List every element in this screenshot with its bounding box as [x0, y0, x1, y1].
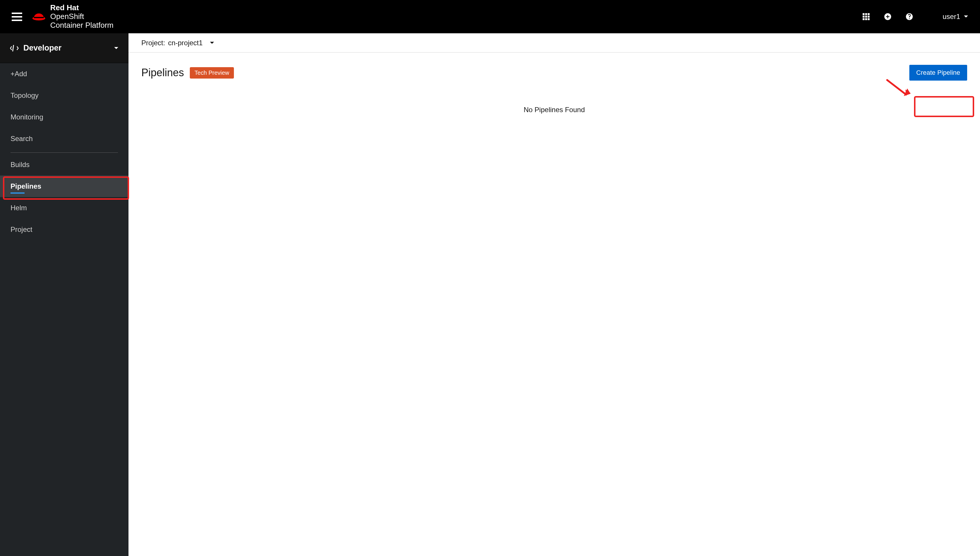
code-icon: [10, 45, 19, 52]
caret-down-icon: [210, 42, 214, 44]
annotation-arrow-icon: [886, 79, 912, 99]
project-name: cn-project1: [168, 39, 203, 47]
tech-preview-badge: Tech Preview: [190, 67, 234, 79]
user-name: user1: [943, 13, 960, 21]
svg-line-10: [887, 80, 906, 95]
sidebar-item-search[interactable]: Search: [0, 128, 129, 150]
sidebar-item-project[interactable]: Project: [0, 219, 129, 240]
sidebar-item-add[interactable]: +Add: [0, 63, 129, 85]
empty-state-text: No Pipelines Found: [129, 106, 980, 114]
sidebar-item-label: Helm: [11, 204, 27, 212]
help-button[interactable]: [905, 13, 914, 21]
sidebar-item-label: +Add: [11, 70, 27, 78]
sidebar-item-label: Project: [11, 225, 32, 234]
app-launcher-button[interactable]: [862, 13, 870, 21]
sidebar-item-monitoring[interactable]: Monitoring: [0, 106, 129, 128]
sidebar-item-topology[interactable]: Topology: [0, 85, 129, 106]
masthead: Red Hat OpenShift Container Platform: [0, 0, 980, 33]
sidebar-item-label: Search: [11, 135, 33, 143]
svg-marker-11: [903, 89, 911, 96]
redhat-hat-icon: [32, 12, 45, 22]
sidebar-item-label: Builds: [11, 161, 29, 169]
question-circle-icon: [905, 13, 914, 21]
perspective-label: Developer: [23, 44, 61, 53]
plus-circle-icon: [884, 13, 892, 21]
caret-down-icon: [964, 15, 968, 18]
sidebar-item-label: Topology: [11, 91, 39, 100]
nav-toggle-button[interactable]: [12, 11, 23, 23]
svg-rect-2: [865, 13, 867, 15]
svg-rect-1: [863, 13, 865, 15]
brand-line3: Container Platform: [50, 21, 114, 30]
masthead-toolbar: user1: [862, 13, 968, 21]
sidebar-divider: [11, 152, 118, 153]
main-content: Project: cn-project1 Pipelines Tech Prev…: [129, 33, 980, 556]
project-selector[interactable]: Project: cn-project1: [129, 33, 980, 53]
sidebar-item-builds[interactable]: Builds: [0, 154, 129, 176]
svg-rect-8: [865, 18, 867, 20]
project-prefix: Project:: [141, 39, 165, 47]
brand-line1: Red Hat: [50, 3, 114, 12]
caret-down-icon: [114, 47, 119, 50]
svg-rect-7: [863, 18, 865, 20]
svg-rect-4: [863, 16, 865, 18]
svg-marker-12: [904, 89, 911, 96]
brand-text: Red Hat OpenShift Container Platform: [50, 3, 114, 30]
svg-rect-6: [868, 16, 870, 18]
sidebar-item-label: Monitoring: [11, 113, 43, 121]
brand-logo[interactable]: Red Hat OpenShift Container Platform: [32, 3, 114, 30]
svg-rect-5: [865, 16, 867, 18]
sidebar-item-label: Pipelines: [11, 182, 41, 191]
grid-icon: [862, 13, 870, 21]
sidebar-item-pipelines[interactable]: Pipelines: [0, 176, 129, 197]
create-pipeline-button[interactable]: Create Pipeline: [909, 65, 967, 81]
user-menu[interactable]: user1: [943, 13, 968, 21]
import-button[interactable]: [884, 13, 892, 21]
sidebar-item-helm[interactable]: Helm: [0, 197, 129, 219]
svg-rect-9: [868, 18, 870, 20]
perspective-switcher[interactable]: Developer: [0, 33, 129, 63]
svg-rect-3: [868, 13, 870, 15]
page-title: Pipelines: [141, 66, 184, 79]
brand-line2: OpenShift: [50, 12, 114, 21]
page-header: Pipelines Tech Preview Create Pipeline: [129, 53, 980, 81]
sidebar: Developer +Add Topology Monitoring Searc…: [0, 33, 129, 556]
